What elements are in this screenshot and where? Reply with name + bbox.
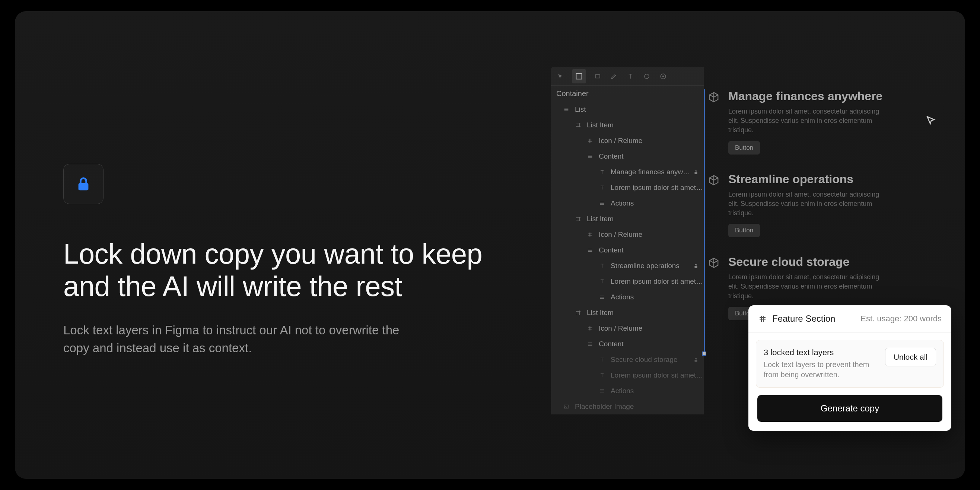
cursor-icon (925, 115, 937, 127)
layer-row[interactable]: Lorem ipsum dolor sit amet, conse... (551, 274, 704, 289)
layer-row[interactable]: Manage finances anywhere (551, 164, 704, 180)
move-tool-icon[interactable] (555, 72, 565, 81)
text-icon (598, 184, 606, 192)
hero-headline: Lock down copy you want to keep and the … (63, 237, 492, 303)
layer-label: Actions (611, 293, 704, 301)
layer-label: Lorem ipsum dolor sit amet, conse... (611, 277, 704, 286)
frame-tool-icon[interactable] (572, 69, 586, 83)
svg-rect-6 (695, 172, 697, 174)
text-icon (598, 262, 606, 270)
layer-row[interactable]: List Item (551, 211, 704, 227)
cube-icon (708, 174, 720, 186)
list-icon (598, 293, 606, 301)
layer-label: Lorem ipsum dolor sit amet, conse... (611, 371, 704, 379)
rectangle-tool-icon[interactable] (593, 72, 603, 81)
layer-row[interactable]: Actions (551, 383, 704, 399)
generate-copy-button[interactable]: Generate copy (757, 395, 942, 422)
layer-label: Streamline operations (611, 262, 690, 270)
comment-tool-icon[interactable] (658, 72, 668, 81)
selection-handle[interactable] (702, 352, 706, 356)
layer-row[interactable]: Content (551, 242, 704, 258)
unlock-all-button[interactable]: Unlock all (885, 348, 936, 366)
feature-card-item: Streamline operationsLorem ipsum dolor s… (708, 172, 965, 237)
list-icon (586, 340, 594, 348)
figma-layers-panel: Container ListList ItemIcon / RelumeCont… (551, 67, 704, 414)
lock-icon (75, 175, 92, 192)
card-button[interactable]: Button (728, 224, 760, 237)
hero-content: Lock down copy you want to keep and the … (63, 164, 492, 357)
layer-row[interactable]: Actions (551, 289, 704, 305)
frame-icon (574, 215, 582, 223)
list-icon (598, 387, 606, 395)
image-icon (562, 402, 570, 411)
svg-rect-8 (695, 360, 697, 361)
layer-row[interactable]: List Item (551, 305, 704, 321)
pen-tool-icon[interactable] (609, 72, 619, 81)
layer-row[interactable]: Content (551, 149, 704, 164)
layer-label: Secure cloud storage (611, 356, 690, 364)
card-title: Streamline operations (728, 172, 965, 186)
layer-row[interactable]: Secure cloud storage (551, 352, 704, 368)
svg-rect-7 (695, 266, 697, 268)
cube-icon (708, 91, 720, 103)
list-icon (562, 105, 570, 114)
hash-icon (758, 314, 767, 323)
svg-rect-9 (565, 405, 569, 408)
layer-label: List Item (587, 121, 704, 129)
svg-rect-2 (595, 75, 600, 78)
layer-row[interactable]: Actions (551, 196, 704, 211)
list-icon (598, 199, 606, 207)
cube-icon (708, 256, 720, 269)
layer-label: Icon / Relume (599, 137, 704, 145)
layer-label: Content (599, 152, 704, 161)
list-icon (586, 246, 594, 254)
hash-icon (586, 324, 594, 332)
text-icon (598, 371, 606, 379)
layer-row[interactable]: Streamline operations (551, 258, 704, 274)
layer-row[interactable]: Icon / Relume (551, 227, 704, 242)
card-desc: Lorem ipsum dolor sit amet, consectetur … (728, 190, 888, 218)
svg-rect-1 (576, 73, 582, 79)
figma-toolbar (551, 67, 704, 86)
layer-row[interactable]: Content (551, 336, 704, 352)
lock-icon (693, 169, 700, 175)
frame-icon (574, 309, 582, 317)
layer-row[interactable]: Placeholder Image (551, 399, 704, 414)
layer-label: List (575, 105, 704, 114)
locked-desc: Lock text layers to prevent them from be… (764, 360, 878, 380)
text-tool-icon[interactable] (625, 72, 635, 81)
card-button[interactable]: Button (728, 141, 760, 154)
layer-label: Icon / Relume (599, 231, 704, 239)
layer-label: Manage finances anywhere (611, 168, 690, 176)
text-icon (598, 168, 606, 176)
layer-label: Placeholder Image (575, 402, 704, 411)
lock-badge (63, 164, 103, 204)
layer-label: Icon / Relume (599, 324, 704, 332)
frame-icon (574, 121, 582, 129)
layer-row[interactable]: List (551, 102, 704, 117)
layer-row[interactable]: Lorem ipsum dolor sit amet, conse... (551, 368, 704, 383)
layer-row[interactable]: Icon / Relume (551, 321, 704, 336)
popup-usage: Est. usage: 200 words (861, 314, 942, 324)
locked-count: 3 locked text layers (764, 348, 878, 358)
card-title: Manage finances anywhere (728, 89, 965, 103)
feature-card: Lock down copy you want to keep and the … (15, 11, 965, 479)
svg-rect-0 (79, 183, 89, 190)
hand-tool-icon[interactable] (642, 72, 652, 81)
text-icon (598, 356, 606, 364)
layer-row[interactable]: List Item (551, 117, 704, 133)
canvas-preview: Manage finances anywhereLorem ipsum dolo… (708, 89, 965, 338)
layer-label: List Item (587, 309, 704, 317)
lock-icon (693, 262, 700, 269)
layer-label: Content (599, 340, 704, 348)
svg-point-3 (644, 74, 649, 79)
layer-row[interactable]: Icon / Relume (551, 133, 704, 149)
text-icon (598, 277, 606, 286)
layer-label: List Item (587, 215, 704, 223)
locked-layers-notice: 3 locked text layers Lock text layers to… (756, 340, 944, 388)
layer-row[interactable]: Lorem ipsum dolor sit amet, conse... (551, 180, 704, 196)
layer-label: Content (599, 246, 704, 254)
card-desc: Lorem ipsum dolor sit amet, consectetur … (728, 272, 888, 301)
hash-icon (586, 137, 594, 145)
container-label[interactable]: Container (551, 86, 704, 102)
